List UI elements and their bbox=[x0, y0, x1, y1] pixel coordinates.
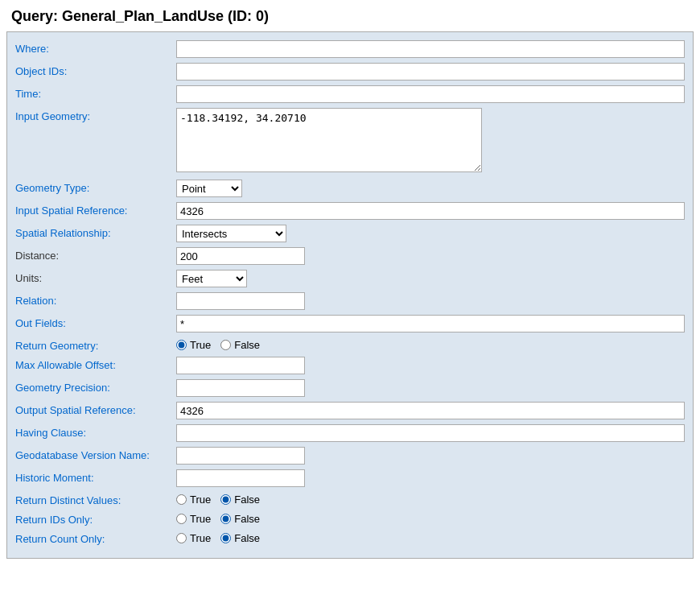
max-offset-input[interactable] bbox=[176, 357, 305, 374]
distance-row: Distance: bbox=[15, 247, 685, 265]
historic-moment-input[interactable] bbox=[176, 469, 305, 487]
relation-input[interactable] bbox=[176, 292, 305, 310]
return-distinct-true-radio[interactable] bbox=[176, 494, 187, 505]
units-label: Units: bbox=[15, 270, 176, 284]
where-input[interactable] bbox=[176, 40, 685, 58]
geometry-type-row: Geometry Type: Point Multipoint Polyline… bbox=[15, 180, 685, 197]
time-label: Time: bbox=[15, 85, 176, 100]
return-ids-label: Return IDs Only: bbox=[15, 511, 176, 526]
time-input[interactable] bbox=[176, 85, 685, 103]
return-geometry-label: Return Geometry: bbox=[15, 337, 176, 352]
out-fields-row: Out Fields: bbox=[15, 315, 685, 332]
return-count-true-text: True bbox=[190, 532, 211, 544]
return-distinct-row: Return Distinct Values: True False bbox=[15, 492, 685, 506]
object-ids-row: Object IDs: bbox=[15, 63, 685, 81]
geometry-type-label: Geometry Type: bbox=[15, 180, 176, 194]
input-spatial-ref-input[interactable] bbox=[176, 202, 685, 220]
object-ids-input[interactable] bbox=[176, 63, 685, 81]
relation-row: Relation: bbox=[15, 292, 685, 310]
return-distinct-false-label[interactable]: False bbox=[220, 494, 260, 506]
return-ids-false-text: False bbox=[234, 513, 260, 525]
return-count-radio-group: True False bbox=[176, 531, 685, 544]
input-geometry-label: Input Geometry: bbox=[15, 108, 176, 122]
having-clause-input[interactable] bbox=[176, 424, 685, 442]
distance-label: Distance: bbox=[15, 247, 176, 262]
input-geometry-textarea[interactable]: -118.34192, 34.20710 bbox=[176, 108, 482, 172]
page-title: Query: General_Plan_LandUse (ID: 0) bbox=[0, 0, 700, 31]
geodatabase-version-label: Geodatabase Version Name: bbox=[15, 447, 176, 461]
return-ids-false-label[interactable]: False bbox=[220, 513, 260, 525]
return-distinct-true-label[interactable]: True bbox=[176, 494, 211, 506]
relation-label: Relation: bbox=[15, 292, 176, 307]
input-spatial-ref-row: Input Spatial Reference: bbox=[15, 202, 685, 220]
where-row: Where: bbox=[15, 40, 685, 58]
return-ids-true-text: True bbox=[190, 513, 211, 525]
object-ids-label: Object IDs: bbox=[15, 63, 176, 77]
return-ids-radio-group: True False bbox=[176, 511, 685, 525]
where-label: Where: bbox=[15, 40, 176, 55]
return-count-false-label[interactable]: False bbox=[220, 532, 260, 544]
geometry-type-select[interactable]: Point Multipoint Polyline Polygon Envelo… bbox=[176, 180, 242, 197]
historic-moment-row: Historic Moment: bbox=[15, 469, 685, 487]
out-fields-input[interactable] bbox=[176, 315, 685, 332]
geometry-precision-input[interactable] bbox=[176, 379, 305, 397]
output-spatial-ref-row: Output Spatial Reference: bbox=[15, 402, 685, 419]
input-spatial-ref-label: Input Spatial Reference: bbox=[15, 202, 176, 217]
geometry-precision-label: Geometry Precision: bbox=[15, 379, 176, 394]
return-geometry-false-radio[interactable] bbox=[220, 340, 231, 350]
return-ids-true-label[interactable]: True bbox=[176, 513, 211, 525]
return-count-true-radio[interactable] bbox=[176, 533, 187, 543]
geodatabase-version-row: Geodatabase Version Name: bbox=[15, 447, 685, 465]
geometry-precision-row: Geometry Precision: bbox=[15, 379, 685, 397]
spatial-relationship-select[interactable]: Intersects Contains Crosses EnvelopeInte… bbox=[176, 225, 286, 242]
return-count-true-label[interactable]: True bbox=[176, 532, 211, 544]
output-spatial-ref-input[interactable] bbox=[176, 402, 685, 419]
units-select[interactable]: Feet Meters Miles Kilometers bbox=[176, 270, 247, 287]
return-count-label: Return Count Only: bbox=[15, 531, 176, 545]
distance-input[interactable] bbox=[176, 247, 305, 265]
return-geometry-radio-group: True False bbox=[176, 337, 685, 351]
return-distinct-false-text: False bbox=[234, 494, 260, 506]
return-geometry-true-text: True bbox=[190, 339, 211, 351]
return-count-false-radio[interactable] bbox=[220, 533, 231, 543]
input-geometry-row: Input Geometry: -118.34192, 34.20710 bbox=[15, 108, 685, 175]
spatial-relationship-label: Spatial Relationship: bbox=[15, 225, 176, 239]
return-geometry-true-radio[interactable] bbox=[176, 340, 187, 350]
return-distinct-true-text: True bbox=[190, 494, 211, 506]
return-distinct-radio-group: True False bbox=[176, 492, 685, 506]
return-ids-true-radio[interactable] bbox=[176, 514, 187, 524]
return-distinct-label: Return Distinct Values: bbox=[15, 492, 176, 506]
return-ids-row: Return IDs Only: True False bbox=[15, 511, 685, 526]
geodatabase-version-input[interactable] bbox=[176, 447, 305, 465]
return-ids-false-radio[interactable] bbox=[220, 514, 231, 524]
out-fields-label: Out Fields: bbox=[15, 315, 176, 329]
having-clause-row: Having Clause: bbox=[15, 424, 685, 442]
return-geometry-false-text: False bbox=[234, 339, 260, 351]
historic-moment-label: Historic Moment: bbox=[15, 469, 176, 484]
max-offset-label: Max Allowable Offset: bbox=[15, 357, 176, 371]
return-geometry-false-label[interactable]: False bbox=[220, 339, 260, 351]
having-clause-label: Having Clause: bbox=[15, 424, 176, 439]
form-container: Where: Object IDs: Time: Input Geometry:… bbox=[6, 31, 694, 559]
return-geometry-true-label[interactable]: True bbox=[176, 339, 211, 351]
return-distinct-false-radio[interactable] bbox=[220, 494, 231, 505]
time-row: Time: bbox=[15, 85, 685, 103]
return-count-row: Return Count Only: True False bbox=[15, 531, 685, 545]
return-count-false-text: False bbox=[234, 532, 260, 544]
max-offset-row: Max Allowable Offset: bbox=[15, 357, 685, 374]
spatial-relationship-row: Spatial Relationship: Intersects Contain… bbox=[15, 225, 685, 242]
return-geometry-row: Return Geometry: True False bbox=[15, 337, 685, 352]
units-row: Units: Feet Meters Miles Kilometers bbox=[15, 270, 685, 287]
output-spatial-ref-label: Output Spatial Reference: bbox=[15, 402, 176, 416]
